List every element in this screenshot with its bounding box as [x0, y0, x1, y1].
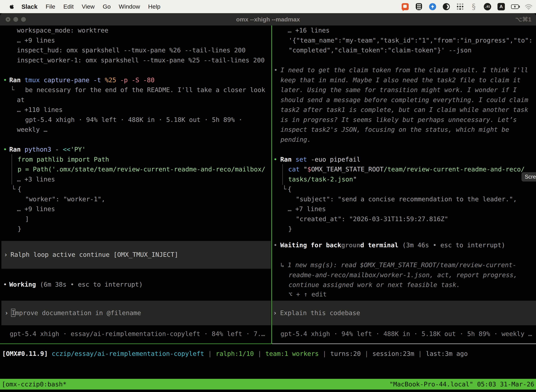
- prompt-chevron-icon: ›: [273, 309, 277, 317]
- thinking-line: keep that in mind. Maybe I also need the…: [272, 75, 536, 85]
- working-status-line: •Working(6m 38s • esc to interrupt): [0, 280, 271, 289]
- run-bullet-icon: •: [3, 76, 7, 84]
- session-path: cczip/essay/ai-reimplementation-copyleft: [52, 350, 204, 357]
- text-cursor[interactable]: I: [11, 309, 15, 317]
- terminal-output-line: ]: [0, 214, 271, 224]
- collapsed-lines-indicator: … +9 lines: [0, 204, 271, 214]
- thinking-line: task2 after task1 is complete, but can I…: [272, 105, 536, 115]
- turns-counter: turns:20: [330, 350, 361, 357]
- output-corner-glyph: └: [12, 186, 15, 193]
- menu-item-window[interactable]: Window: [119, 3, 140, 10]
- terminal-output-line: '{"team_name":"my-team","task_id":"1","f…: [272, 36, 536, 46]
- terminal-output-line: workspace_mode: worktree: [0, 25, 271, 36]
- terminal-output-line: inspect_worker-1: omx sparkshell --tmux-…: [0, 55, 271, 65]
- terminal-output-line: }: [272, 224, 536, 234]
- right-pane-border: [272, 344, 536, 344]
- window-shortcut-badge: ⌥⌘1: [515, 13, 531, 25]
- run-bullet-icon: •: [3, 146, 7, 153]
- last-activity: last:3m ago: [426, 350, 468, 357]
- menu-item-slack[interactable]: Slack: [21, 3, 38, 10]
- collapsed-lines-indicator: … +7 lines: [272, 204, 536, 214]
- reply-arrow-icon: ↳: [281, 261, 284, 269]
- command-output-connector: [12, 154, 12, 184]
- prompt-chevron-icon: ›: [4, 251, 8, 258]
- squiggle-logo-icon[interactable]: §: [470, 3, 478, 10]
- bolt-circle-icon[interactable]: [429, 3, 436, 10]
- session-timer: session:23m: [372, 350, 414, 357]
- run-bullet-icon: •: [273, 156, 277, 163]
- left-pane-border: [0, 344, 271, 344]
- terminal-output-line: └{: [272, 184, 536, 194]
- terminal-output-line: "worker": "worker-1",: [0, 194, 271, 204]
- thinking-line: •I need to get the claim token from the …: [272, 65, 536, 75]
- omx-status-line: [OMX#0.11.9]cczip/essay/ai-reimplementat…: [0, 349, 536, 359]
- counter-badge-icon[interactable]: ..61: [483, 3, 491, 10]
- menu-item-view[interactable]: View: [82, 3, 95, 10]
- collapsed-lines-indicator: … +16 lines: [272, 25, 536, 36]
- thinking-line: later. Using the same for transition mig…: [272, 85, 536, 95]
- inbox-message-block: ↳1 new msg(s): read $OMX_TEAM_STATE_ROOT…: [272, 260, 536, 290]
- collapsed-lines-indicator: … +110 lines: [0, 105, 271, 115]
- window-title: omx --xhigh --madmax: [0, 13, 536, 25]
- wifi-icon[interactable]: [525, 3, 532, 11]
- screen-tooltip: Scre: [522, 172, 536, 182]
- prompt-chevron-icon: ›: [5, 309, 9, 317]
- menu-item-edit[interactable]: Edit: [63, 3, 74, 10]
- cat-command-line: tasks/task-2.json": [272, 174, 536, 184]
- composer-placeholder[interactable]: mprove documentation in @filename: [15, 309, 141, 317]
- terminal-output-line: └{: [0, 184, 271, 194]
- menubar-status-icons: § ..61 A: [401, 0, 532, 13]
- tmux-status-bar[interactable]: [omx-cczip0:bash* "MacBook-Pro-44.local"…: [0, 379, 536, 390]
- tmux-session-name: [omx-cczip0:bash*: [2, 379, 67, 390]
- composer-placeholder[interactable]: Explain this codebase: [280, 309, 360, 317]
- python-code-line: p = Path('.omx/state/team/review-current…: [0, 164, 271, 174]
- thinking-line: should send a message before completing …: [272, 95, 536, 105]
- status-bullet-icon: •: [3, 281, 7, 288]
- left-composer[interactable]: ›Improve documentation in @filename: [1, 301, 271, 325]
- terminal-output-line: weekly …: [0, 125, 271, 135]
- shield-grid-icon[interactable]: [415, 3, 423, 10]
- left-pane-status-line: gpt-5.4 xhigh · essay/ai-reimplementatio…: [0, 329, 271, 339]
- thinking-bullet-icon: •: [274, 66, 278, 74]
- menu-item-help[interactable]: Help: [148, 3, 160, 10]
- edit-hint-line: ⌥ + ↑ edit: [272, 289, 536, 299]
- waiting-status-line: •Waiting for background terminal(3m 46s …: [272, 240, 536, 250]
- collapsed-lines-indicator: … +9 lines: [0, 36, 271, 46]
- terminal-output-line: "created_at": "2026-03-31T11:59:27.816Z": [272, 214, 536, 224]
- right-composer[interactable]: ›Explain this codebase: [272, 301, 536, 325]
- terminal-output-line: }: [0, 224, 271, 234]
- terminal-output-line: at: [0, 95, 271, 105]
- python-code-line: from pathlib import Path: [0, 154, 271, 165]
- cat-command-line: cat"$OMX_TEAM_STATE_ROOT/team/review-cur…: [272, 164, 536, 174]
- output-corner-glyph: └: [10, 86, 14, 93]
- terminal-output-line: inspect_hud: omx sparkshell --tmux-pane …: [0, 45, 271, 55]
- omx-version: [OMX#0.11.9]: [2, 350, 48, 357]
- battery-icon[interactable]: [511, 3, 519, 10]
- team-counter: team:1 workers: [265, 350, 319, 357]
- ran-tmux-command-line: •Rantmuxcapture-pane-t%25-p-S-80: [0, 75, 271, 85]
- ralph-counter: ralph:1/10: [216, 350, 254, 357]
- apple-icon[interactable]: [9, 4, 14, 10]
- crescent-icon[interactable]: [442, 3, 450, 10]
- command-output-connector: [282, 164, 283, 185]
- menu-item-file[interactable]: File: [46, 3, 55, 10]
- pane-divider[interactable]: [271, 25, 272, 344]
- thinking-line: pending.: [272, 135, 536, 145]
- terminal-output-line: gpt-5.4 xhigh · 94% left · 488K in · 5.1…: [0, 115, 271, 125]
- menu-bar: Slack File Edit View Go Window Help § ..…: [0, 0, 536, 13]
- dots-grid-icon[interactable]: [456, 3, 464, 10]
- thinking-line: is in progress? It seems likely but perh…: [272, 115, 536, 125]
- chat-app-icon[interactable]: [401, 3, 409, 10]
- ran-bash-command-line: •Ranset-euo pipefail: [272, 154, 536, 165]
- output-corner-glyph: └: [282, 186, 287, 193]
- collapsed-lines-indicator: … +3 lines: [0, 174, 271, 184]
- ralph-loop-banner: ›Ralph loop active continue [OMX_TMUX_IN…: [1, 241, 271, 269]
- terminal-output-line: "completed","claim_token":"claim-token"}…: [272, 45, 536, 55]
- input-source-icon[interactable]: A: [497, 3, 505, 10]
- thinking-line: inspect task2's JSON, focusing on the st…: [272, 125, 536, 135]
- menu-item-go[interactable]: Go: [103, 3, 111, 10]
- terminal-output-line: └be necessary for the end of the README.…: [0, 85, 271, 95]
- ran-python-command-line: •Ranpython3-<<'PY': [0, 145, 271, 154]
- tmux-host-clock: "MacBook-Pro-44.local" 05:03 31-Mar-26: [389, 379, 534, 390]
- terminal-output-line: "subject": "send a concise recommendatio…: [272, 194, 536, 204]
